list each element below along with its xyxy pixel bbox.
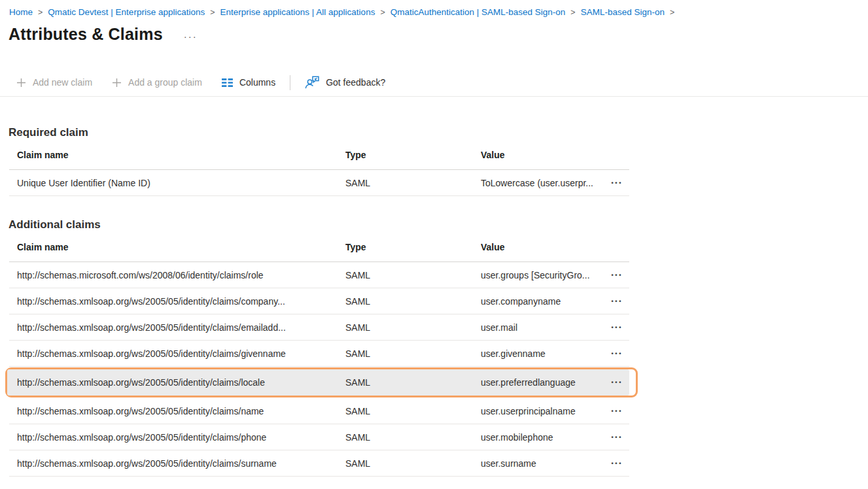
claim-name-cell: Unique User Identifier (Name ID) — [9, 178, 345, 188]
breadcrumb-separator-icon: > — [205, 8, 220, 17]
breadcrumb-separator-icon: > — [565, 8, 580, 17]
highlighted-row-outline: http://schemas.xmlsoap.org/ws/2005/05/id… — [5, 367, 638, 397]
got-feedback-label: Got feedback? — [326, 77, 385, 88]
add-group-claim-label: Add a group claim — [128, 77, 202, 88]
table-header-row: Claim nameTypeValue — [9, 233, 629, 262]
claim-type-cell: SAML — [345, 270, 481, 280]
additional-claims-table: Claim nameTypeValuehttp://schemas.micros… — [9, 233, 629, 477]
toolbar-divider — [290, 75, 290, 90]
claim-type-cell: SAML — [345, 377, 481, 388]
row-more-button[interactable]: ••• — [612, 324, 623, 331]
plus-icon — [16, 78, 26, 88]
page-title: Attributes & Claims — [9, 25, 163, 44]
claim-row[interactable]: http://schemas.xmlsoap.org/ws/2005/05/id… — [9, 314, 629, 341]
claim-value-cell: user.surname — [481, 458, 599, 469]
breadcrumb: Home>Qmatic Devtest | Enterprise applica… — [0, 0, 868, 17]
claim-row[interactable]: http://schemas.microsoft.com/ws/2008/06/… — [9, 262, 629, 288]
row-more-button[interactable]: ••• — [612, 434, 623, 441]
claim-value-cell: user.preferredlanguage — [481, 377, 599, 388]
columns-label: Columns — [239, 77, 275, 88]
claim-name-cell: http://schemas.xmlsoap.org/ws/2005/05/id… — [9, 458, 345, 469]
claim-name-cell: http://schemas.xmlsoap.org/ws/2005/05/id… — [9, 296, 345, 307]
column-header: Value — [481, 150, 599, 160]
row-more-button[interactable]: ••• — [612, 272, 623, 278]
column-header: Type — [345, 242, 481, 252]
page-header: Attributes & Claims ··· — [0, 25, 868, 44]
column-header: Claim name — [9, 242, 345, 252]
claim-value-cell: user.mail — [481, 322, 599, 333]
row-actions-cell: ••• — [599, 324, 629, 331]
add-group-claim-button[interactable]: Add a group claim — [112, 77, 202, 88]
claim-value-cell: user.groups [SecurityGro... — [481, 270, 599, 280]
claim-row[interactable]: http://schemas.xmlsoap.org/ws/2005/05/id… — [9, 288, 629, 314]
columns-icon — [222, 78, 233, 87]
breadcrumb-separator-icon: > — [375, 8, 390, 17]
add-new-claim-button[interactable]: Add new claim — [16, 77, 92, 88]
title-more-button[interactable]: ··· — [184, 31, 198, 42]
claim-name-cell: http://schemas.xmlsoap.org/ws/2005/05/id… — [9, 377, 345, 388]
got-feedback-button[interactable]: Got feedback? — [305, 76, 385, 89]
claim-row[interactable]: http://schemas.xmlsoap.org/ws/2005/05/id… — [9, 450, 629, 477]
row-more-button[interactable]: ••• — [612, 298, 623, 305]
row-actions-cell: ••• — [599, 434, 629, 441]
claim-name-cell: http://schemas.microsoft.com/ws/2008/06/… — [9, 270, 345, 280]
claim-name-cell: http://schemas.xmlsoap.org/ws/2005/05/id… — [9, 348, 345, 359]
toolbar: Add new claim Add a group claim Columns — [0, 69, 868, 97]
claim-type-cell: SAML — [345, 406, 481, 416]
claim-row[interactable]: http://schemas.xmlsoap.org/ws/2005/05/id… — [7, 369, 629, 396]
row-actions-cell: ••• — [599, 350, 629, 357]
row-actions-cell: ••• — [599, 379, 629, 386]
claim-name-cell: http://schemas.xmlsoap.org/ws/2005/05/id… — [9, 406, 345, 416]
add-new-claim-label: Add new claim — [33, 77, 92, 88]
row-actions-cell: ••• — [599, 298, 629, 305]
row-actions-cell: ••• — [599, 272, 629, 278]
row-actions-cell: ••• — [599, 180, 629, 186]
required-claim-table: Claim nameTypeValueUnique User Identifie… — [9, 141, 629, 196]
row-more-button[interactable]: ••• — [612, 460, 623, 467]
row-more-button[interactable]: ••• — [612, 408, 623, 414]
claim-value-cell: user.userprincipalname — [481, 406, 599, 416]
claim-type-cell: SAML — [345, 322, 481, 333]
claim-type-cell: SAML — [345, 458, 481, 469]
column-header: Claim name — [9, 150, 345, 160]
claim-name-cell: http://schemas.xmlsoap.org/ws/2005/05/id… — [9, 322, 345, 333]
row-more-button[interactable]: ••• — [612, 180, 623, 186]
column-header: Type — [345, 150, 481, 160]
breadcrumb-separator-icon: > — [33, 8, 48, 17]
row-more-button[interactable]: ••• — [612, 379, 623, 386]
required-claim-heading: Required claim — [9, 126, 868, 139]
claim-type-cell: SAML — [345, 296, 481, 307]
claim-row[interactable]: http://schemas.xmlsoap.org/ws/2005/05/id… — [9, 424, 629, 450]
breadcrumb-separator-icon: > — [665, 8, 680, 17]
table-header-row: Claim nameTypeValue — [9, 141, 629, 170]
breadcrumb-link[interactable]: Qmatic Devtest | Enterprise applications — [48, 7, 205, 17]
row-actions-cell: ••• — [599, 460, 629, 467]
breadcrumb-link[interactable]: Enterprise applications | All applicatio… — [220, 7, 375, 17]
row-actions-cell: ••• — [599, 408, 629, 414]
column-header: Value — [481, 242, 599, 252]
claim-type-cell: SAML — [345, 348, 481, 359]
claim-value-cell: user.mobilephone — [481, 432, 599, 443]
claim-row[interactable]: http://schemas.xmlsoap.org/ws/2005/05/id… — [9, 341, 629, 367]
claim-type-cell: SAML — [345, 432, 481, 443]
claim-row[interactable]: Unique User Identifier (Name ID)SAMLToLo… — [9, 170, 629, 196]
claim-name-cell: http://schemas.xmlsoap.org/ws/2005/05/id… — [9, 432, 345, 443]
additional-claims-heading: Additional claims — [9, 218, 868, 231]
claim-value-cell: user.givenname — [481, 348, 599, 359]
plus-icon — [112, 78, 122, 88]
feedback-icon — [305, 76, 319, 89]
row-more-button[interactable]: ••• — [612, 350, 623, 357]
breadcrumb-link[interactable]: QmaticAuthentication | SAML-based Sign-o… — [391, 7, 566, 17]
columns-button[interactable]: Columns — [222, 77, 275, 88]
claim-value-cell: ToLowercase (user.userpr... — [481, 178, 599, 188]
breadcrumb-link[interactable]: SAML-based Sign-on — [581, 7, 665, 17]
claim-value-cell: user.companyname — [481, 296, 599, 307]
claim-type-cell: SAML — [345, 178, 481, 188]
claim-row[interactable]: http://schemas.xmlsoap.org/ws/2005/05/id… — [9, 398, 629, 424]
breadcrumb-link[interactable]: Home — [9, 7, 33, 17]
